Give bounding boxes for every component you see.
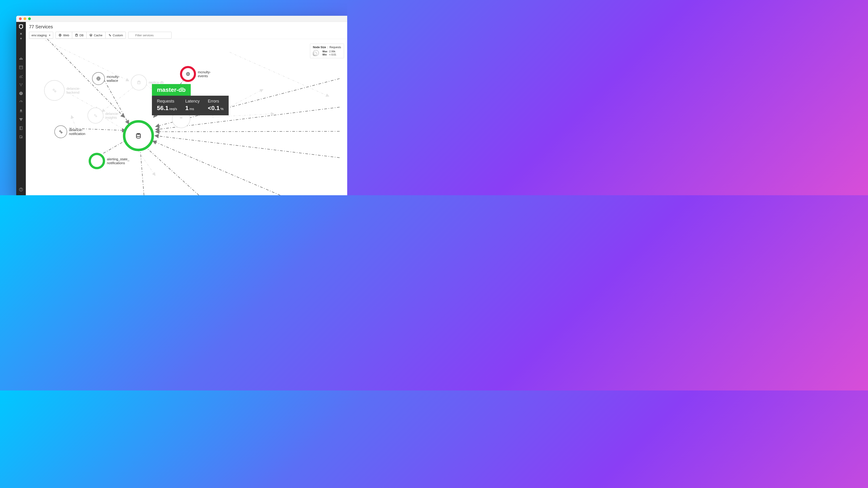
window-minimize-icon[interactable] <box>24 18 26 20</box>
close-icon[interactable]: ✕ <box>20 32 22 36</box>
metric-unit: ms <box>189 107 194 111</box>
metric-value: 56.1 <box>157 105 168 111</box>
metric-value: 1 <box>185 105 188 111</box>
filter-custom-label: Custom <box>113 34 123 37</box>
type-filter-group: Web DB Cache Custom <box>56 32 126 39</box>
svg-point-0 <box>20 59 21 60</box>
gears-icon <box>108 34 112 37</box>
node-alerting-state-notifications[interactable]: alerting_state_ notifications <box>89 153 129 169</box>
gears-icon <box>52 88 57 93</box>
alert-icon[interactable] <box>19 91 23 95</box>
metric-errors: Errors <0.1% <box>208 99 224 112</box>
node-delancie-insights[interactable]: delancie- insights <box>88 107 119 124</box>
svg-point-7 <box>22 83 22 84</box>
logs-icon[interactable] <box>19 135 23 139</box>
legend-title: Node Size <box>313 46 326 49</box>
svg-rect-2 <box>21 58 22 59</box>
metric-requests: Requests 56.1req/s <box>157 99 177 112</box>
rail-nav <box>19 57 23 139</box>
layers-icon <box>89 34 93 37</box>
datadog-logo-icon[interactable] <box>18 24 24 30</box>
metrics-icon[interactable] <box>19 74 23 78</box>
node-mcnulty-events[interactable]: mcnulty- events <box>180 66 211 82</box>
legend-size-icon <box>313 50 321 56</box>
filter-web-label: Web <box>63 34 69 37</box>
toolbar: env:staging ▼ Web DB <box>29 32 344 39</box>
svg-line-47 <box>155 136 339 158</box>
help-icon[interactable] <box>19 188 23 192</box>
notebook-icon[interactable] <box>19 126 23 130</box>
env-selector[interactable]: env:staging ▼ <box>29 32 53 39</box>
legend-min-value: < 0.01 <box>329 53 336 56</box>
globe-icon <box>59 34 62 37</box>
service-map-canvas[interactable]: delancie- backend replica-db delancie- i… <box>26 39 347 195</box>
gears-icon <box>93 113 98 118</box>
svg-rect-10 <box>21 93 21 94</box>
node-label: alerting_state_ notifications <box>107 157 129 165</box>
svg-point-25 <box>110 35 111 36</box>
filter-web-button[interactable]: Web <box>56 32 72 38</box>
metric-value: <0.1 <box>208 105 219 111</box>
metric-latency: Latency 1ms <box>185 99 199 112</box>
svg-line-12 <box>21 101 22 102</box>
node-delancie-backend[interactable]: delancie- backend <box>44 80 81 101</box>
globe-icon <box>96 76 101 81</box>
svg-line-48 <box>153 141 280 195</box>
node-label: delancie- insights <box>105 112 119 120</box>
legend-metric: Requests <box>330 46 341 49</box>
binoculars-icon[interactable] <box>19 57 23 61</box>
node-delancie-notification[interactable]: delancie- notification <box>54 125 86 138</box>
add-icon[interactable]: + <box>20 36 22 41</box>
svg-point-8 <box>21 86 22 86</box>
service-map-icon[interactable] <box>19 118 23 122</box>
dashboard-icon[interactable] <box>19 65 23 69</box>
svg-point-23 <box>75 34 78 35</box>
legend-box: Node Size | Requests Max 2.99k Min < 0.0… <box>310 44 344 58</box>
metric-unit: req/s <box>169 107 177 111</box>
filter-custom-button[interactable]: Custom <box>105 32 126 38</box>
metric-unit: % <box>220 107 223 111</box>
svg-point-18 <box>21 137 22 138</box>
tooltip-title: master-db <box>152 84 191 96</box>
integrations-icon[interactable] <box>19 109 23 113</box>
window-close-icon[interactable] <box>19 18 22 20</box>
service-tooltip: master-db Requests 56.1req/s Latency 1ms… <box>152 84 229 115</box>
filter-cache-button[interactable]: Cache <box>87 32 105 38</box>
globe-icon <box>186 72 190 76</box>
node-label: mcnulty- events <box>198 70 211 78</box>
node-label: mcnulty- wallace <box>107 75 120 83</box>
page-title: 77 Services <box>29 24 344 29</box>
node-master-db[interactable] <box>123 120 154 151</box>
search-wrap <box>128 32 172 39</box>
svg-point-53 <box>137 81 140 82</box>
window-zoom-icon[interactable] <box>28 18 31 20</box>
svg-point-24 <box>109 34 110 35</box>
svg-rect-13 <box>20 119 23 119</box>
svg-point-51 <box>53 89 54 91</box>
database-icon <box>179 117 183 121</box>
tooltip-body: Requests 56.1req/s Latency 1ms Errors <0… <box>152 96 229 115</box>
filter-db-button[interactable]: DB <box>72 32 87 38</box>
svg-point-54 <box>94 115 95 116</box>
filter-services-input[interactable] <box>128 32 172 39</box>
app-body: ✕ + 77 Services env:stagi <box>16 22 347 195</box>
svg-point-63 <box>136 133 141 135</box>
main-area: 77 Services env:staging ▼ Web DB <box>26 22 347 195</box>
gears-icon <box>59 129 63 134</box>
apm-icon[interactable] <box>19 100 23 104</box>
svg-point-52 <box>55 91 56 92</box>
node-mcnulty-wallace[interactable]: mcnulty- wallace <box>92 72 120 85</box>
svg-rect-3 <box>20 66 23 69</box>
filter-db-label: DB <box>80 34 84 37</box>
legend-min-label: Min <box>322 53 327 56</box>
node-label: delancie- notification <box>69 128 86 136</box>
legend-max-label: Max <box>322 50 327 53</box>
legend-max-value: 2.99k <box>329 50 336 53</box>
env-label: env:staging <box>32 34 47 37</box>
svg-rect-15 <box>21 120 22 121</box>
chevron-down-icon: ▼ <box>49 34 51 36</box>
svg-line-35 <box>230 52 329 96</box>
infrastructure-icon[interactable] <box>19 83 23 87</box>
metric-label: Requests <box>157 99 177 104</box>
svg-point-6 <box>20 83 20 84</box>
